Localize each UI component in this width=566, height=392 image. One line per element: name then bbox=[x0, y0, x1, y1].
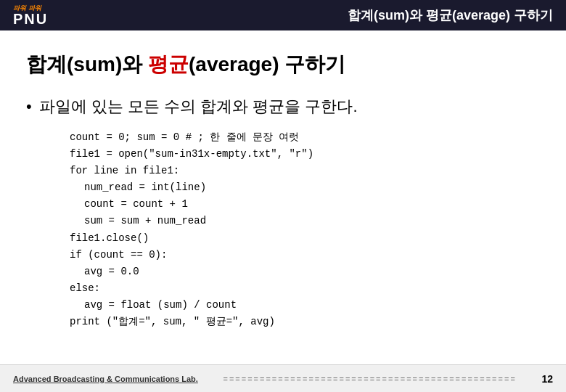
logo-area: 파워 파워 PNU bbox=[13, 5, 48, 26]
footer-lab-label: Advanced Broadcasting & Communications L… bbox=[13, 375, 198, 383]
code-line-10: else: bbox=[70, 280, 540, 297]
code-line-8: if (count == 0): bbox=[70, 247, 540, 264]
logo-pnu-label: PNU bbox=[13, 12, 48, 26]
code-line-7: file1.close() bbox=[70, 230, 540, 247]
code-block: count = 0; sum = 0 # ; 한 줄에 문장 여럿 file1 … bbox=[26, 129, 540, 330]
heading-rest: (average) 구하기 bbox=[189, 53, 345, 75]
header-bar: 파워 파워 PNU 합계(sum)와 평균(average) 구하기 bbox=[0, 0, 566, 30]
code-line-6: sum = sum + num_read bbox=[70, 213, 540, 229]
footer-dots: ========================================… bbox=[223, 375, 516, 383]
code-line-4: num_read = int(line) bbox=[70, 179, 540, 196]
bullet-dot: • bbox=[26, 97, 32, 116]
main-content: 합계(sum)와 평균(average) 구하기 • 파일에 있는 모든 수의 … bbox=[0, 30, 566, 364]
page-heading: 합계(sum)와 평균(average) 구하기 bbox=[26, 51, 540, 78]
code-line-3: for line in file1: bbox=[70, 163, 540, 179]
code-line-12: print ("합계=", sum, " 평균=", avg) bbox=[70, 314, 540, 330]
code-line-2: file1 = open("sum-in31x-empty.txt", "r") bbox=[70, 146, 540, 163]
heading-plain: 합계(sum)와 bbox=[26, 53, 148, 75]
bullet-text: 파일에 있는 모든 수의 합계와 평균을 구한다. bbox=[39, 96, 358, 118]
header-title: 합계(sum)와 평균(average) 구하기 bbox=[348, 7, 553, 24]
footer-bar: Advanced Broadcasting & Communications L… bbox=[0, 364, 566, 392]
code-line-11: avg = float (sum) / count bbox=[70, 297, 540, 314]
logo-container: 파워 파워 PNU bbox=[13, 5, 48, 26]
heading-highlight: 평균 bbox=[148, 53, 189, 75]
bullet-section: • 파일에 있는 모든 수의 합계와 평균을 구한다. bbox=[26, 96, 540, 118]
footer-page-number: 12 bbox=[541, 373, 553, 385]
code-line-5: count = count + 1 bbox=[70, 196, 540, 213]
code-line-9: avg = 0.0 bbox=[70, 264, 540, 280]
code-line-1: count = 0; sum = 0 # ; 한 줄에 문장 여럿 bbox=[70, 129, 540, 146]
